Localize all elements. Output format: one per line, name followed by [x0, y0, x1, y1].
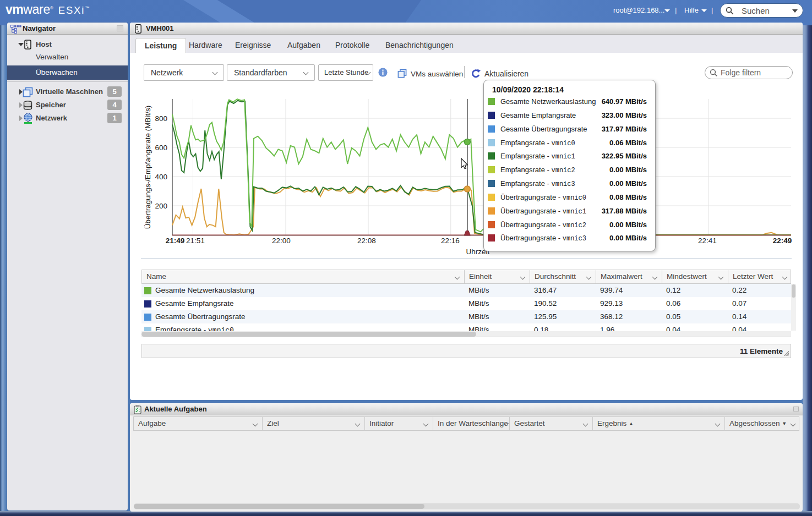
- svg-text:Übertragungs-/Empfangsrate (MB: Übertragungs-/Empfangsrate (MBit/s): [144, 106, 152, 229]
- svg-text:200: 200: [155, 202, 167, 210]
- svg-text:22:08: 22:08: [357, 237, 376, 245]
- svg-text:22:16: 22:16: [441, 237, 460, 245]
- svg-text:400: 400: [155, 173, 167, 181]
- svg-text:21:51: 21:51: [186, 237, 205, 245]
- svg-text:22:49: 22:49: [773, 237, 792, 245]
- svg-text:21:49: 21:49: [166, 237, 185, 245]
- svg-text:800: 800: [155, 114, 167, 123]
- svg-text:22:00: 22:00: [272, 237, 291, 245]
- svg-text:22:41: 22:41: [698, 237, 717, 245]
- svg-text:600: 600: [155, 144, 167, 152]
